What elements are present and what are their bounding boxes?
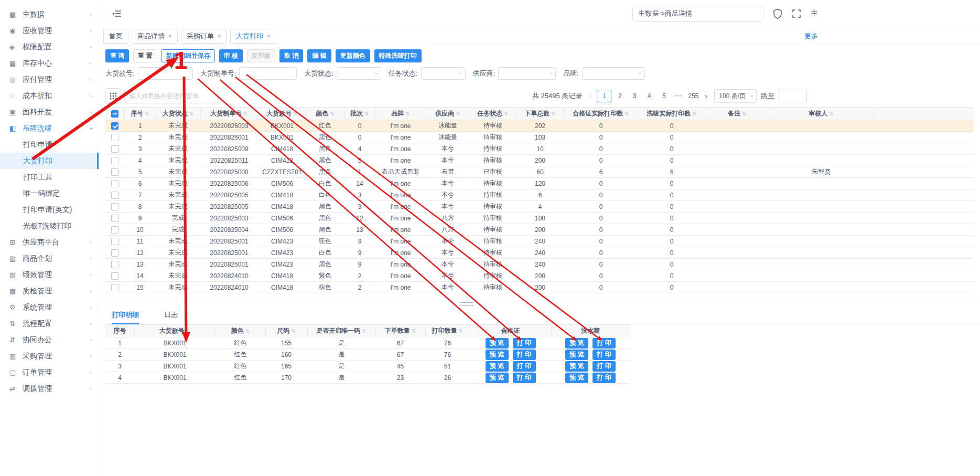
sidebar-item-supplier-platform[interactable]: ⊞供应商平台› xyxy=(0,234,99,250)
sidebar-item-order[interactable]: ▢订单管理› xyxy=(0,364,99,380)
cert-preview-button[interactable]: 预 览 xyxy=(486,373,509,383)
wash-print-button[interactable]: 打 印 xyxy=(593,338,616,348)
sidebar-item-collaboration[interactable]: ⇵协同办公› xyxy=(0,332,99,348)
col-header[interactable]: 供应商⇅ xyxy=(426,108,470,120)
page-size-select[interactable]: 100 条/页 › xyxy=(714,89,757,103)
page-4[interactable]: 4 xyxy=(643,90,655,102)
detail-col-header[interactable]: 下单数量⇅ xyxy=(375,325,425,337)
next-page-icon[interactable]: › xyxy=(702,92,710,100)
detail-col-header[interactable]: 尺码⇅ xyxy=(265,325,307,337)
detail-table-row[interactable]: 4BKX001红色170是2326预 览打 印预 览打 印 xyxy=(105,372,630,384)
sidebar-item-performance[interactable]: ▨绩效管理› xyxy=(0,267,99,283)
row-checkbox[interactable] xyxy=(111,192,119,199)
tab-bulk-print[interactable]: 大货打印× xyxy=(230,29,276,44)
main-table-row[interactable]: 6未完成20220825006CIM506白色14I'm one本兮待审核120… xyxy=(105,178,974,189)
wash-print-button[interactable]: 打 印 xyxy=(593,361,616,372)
brand-select[interactable]: › xyxy=(582,67,645,80)
sidebar-item-transfer[interactable]: ⇄调拨管理› xyxy=(0,380,99,397)
sidebar-item-receivable[interactable]: ◉应收管理› xyxy=(0,23,99,39)
main-table-row[interactable]: 1未完成20220826003BKX001红色0I'm one冰能量待审核202… xyxy=(105,120,974,132)
row-checkbox[interactable] xyxy=(111,203,119,210)
shield-icon[interactable] xyxy=(773,8,782,19)
global-search-input[interactable] xyxy=(632,6,763,22)
main-table-row[interactable]: 4未完成20220825011CIM418黑色5I'm one本兮待审核2000… xyxy=(105,155,974,166)
tab-close-icon[interactable]: × xyxy=(218,33,221,40)
col-header[interactable]: 下单总数⇅ xyxy=(516,108,564,120)
detail-col-header[interactable]: 打印数量⇅ xyxy=(425,325,470,337)
main-table-row[interactable]: 5未完成20220825008CZZXTEST01黑色1衣品天成男装布梵已审核6… xyxy=(105,166,974,178)
col-header[interactable]: 大货款号⇅ xyxy=(258,108,306,120)
detail-table-row[interactable]: 3BKX001红色165是4551预 览打 印预 览打 印 xyxy=(105,361,630,372)
col-header[interactable]: 合格证实际打印数⇅ xyxy=(564,108,638,120)
tab-purchase-order[interactable]: 采购订单× xyxy=(181,29,227,44)
main-table-row[interactable]: 2未完成20220826001BKX001黑色0I'm one冰能量待审核103… xyxy=(105,132,974,143)
sidebar-item-system[interactable]: ⚙系统管理› xyxy=(0,299,99,315)
row-checkbox[interactable] xyxy=(111,284,119,291)
cert-preview-button[interactable]: 预 览 xyxy=(486,338,509,348)
col-header[interactable]: 审核人⇅ xyxy=(769,108,874,120)
row-checkbox[interactable] xyxy=(111,238,119,245)
panel-splitter[interactable] xyxy=(99,301,980,306)
page-5[interactable]: 5 xyxy=(658,90,670,102)
sidebar-item-product-planning[interactable]: ▧商品企划› xyxy=(0,250,99,267)
main-table-row[interactable]: 13未完成20220825001CIM423黑色9I'm one本兮待审核240… xyxy=(105,259,974,270)
main-table-row[interactable]: 11未完成20220825001CIM423驼色9I'm one本兮待审核240… xyxy=(105,236,974,247)
jump-input[interactable] xyxy=(779,90,807,102)
col-header[interactable]: 序号⇅ xyxy=(124,108,156,120)
sidebar-item-fabric-dev[interactable]: ▣面料开发› xyxy=(0,104,99,120)
tab-close-icon[interactable]: × xyxy=(267,33,271,40)
bulk-status-select[interactable]: › xyxy=(337,67,381,80)
wash-preview-button[interactable]: 预 览 xyxy=(565,373,588,383)
wash-print-button[interactable]: 打 印 xyxy=(593,350,616,360)
sidebar-subitem-unique-code-binding[interactable]: 唯一码绑定 xyxy=(0,185,99,202)
row-checkbox[interactable] xyxy=(111,249,119,257)
sidebar-item-permission[interactable]: ◈权限配置› xyxy=(0,39,99,55)
page-1[interactable]: 1 xyxy=(597,90,611,102)
tab-close-icon[interactable]: × xyxy=(168,33,172,40)
detail-tab-print-detail[interactable]: 打印明细 xyxy=(112,306,139,324)
row-checkbox[interactable] xyxy=(111,157,119,164)
order-no-input[interactable] xyxy=(239,67,297,80)
main-table-row[interactable]: 3未完成20220825009CIM418黑色4I'm one本兮待审核1000 xyxy=(105,143,974,155)
row-checkbox[interactable] xyxy=(111,145,119,153)
task-status-select[interactable]: › xyxy=(421,67,466,80)
cert-preview-button[interactable]: 预 览 xyxy=(486,361,509,372)
col-header[interactable]: 大货制单号⇅ xyxy=(200,108,258,120)
sidebar-subitem-print-apply[interactable]: 打印申请 xyxy=(0,136,99,153)
query-button[interactable]: 查 询 xyxy=(105,49,129,62)
tab-product-detail[interactable]: 商品详情× xyxy=(132,29,178,44)
row-checkbox[interactable] xyxy=(111,261,119,268)
cancel-button[interactable]: 取 消 xyxy=(279,49,303,62)
detail-col-header[interactable]: 是否开启唯一码⇅ xyxy=(307,325,375,337)
row-checkbox[interactable] xyxy=(111,180,119,187)
cert-preview-button[interactable]: 预 览 xyxy=(486,350,509,360)
detail-table-row[interactable]: 1BKX001红色155是6776预 览打 印预 览打 印 xyxy=(105,337,630,349)
sidebar-item-hangtag-label[interactable]: ◧吊牌洗唛› xyxy=(0,120,99,136)
sidebar-item-master-data[interactable]: ▤主数据› xyxy=(0,6,99,23)
sidebar-subitem-bulk-print[interactable]: 大货打印 xyxy=(0,153,99,169)
sidebar-item-cost-discount[interactable]: ♢成本折扣› xyxy=(0,88,99,104)
col-header[interactable]: 品牌⇅ xyxy=(375,108,426,120)
detail-col-header[interactable]: 大货款号⇅ xyxy=(134,325,216,337)
special-label-print-button[interactable]: 特殊洗唛打印 xyxy=(374,49,422,62)
sidebar-item-quality[interactable]: ▩质检管理› xyxy=(0,283,99,299)
wash-preview-button[interactable]: 预 览 xyxy=(565,361,588,372)
create-detail-save-button[interactable]: 新建明细并保存 xyxy=(161,49,215,62)
row-checkbox[interactable] xyxy=(111,168,119,176)
supplier-select[interactable]: › xyxy=(498,67,556,80)
audit-button[interactable]: 审 核 xyxy=(219,49,243,62)
sidebar-item-payable[interactable]: ◎应付管理› xyxy=(0,71,99,88)
main-table-row[interactable]: 15未完成20220824010CIM418棕色2I'm one本兮待审核200… xyxy=(105,282,974,293)
row-checkbox[interactable] xyxy=(111,122,119,130)
table-settings-button[interactable] xyxy=(105,88,121,104)
col-header[interactable]: 颜色⇅ xyxy=(306,108,344,120)
cert-print-button[interactable]: 打 印 xyxy=(513,373,536,383)
col-header[interactable]: 批次⇅ xyxy=(344,108,375,120)
detail-col-header[interactable]: 颜色⇅ xyxy=(216,325,265,337)
cert-print-button[interactable]: 打 印 xyxy=(513,350,536,360)
main-table-row[interactable]: 14未完成20220824010CIM418紫色2I'm one本兮待审核200… xyxy=(105,270,974,282)
page-3[interactable]: 3 xyxy=(628,90,641,102)
wash-print-button[interactable]: 打 印 xyxy=(593,373,616,383)
more-link[interactable]: 更多 xyxy=(804,31,818,41)
row-checkbox[interactable] xyxy=(111,215,119,222)
